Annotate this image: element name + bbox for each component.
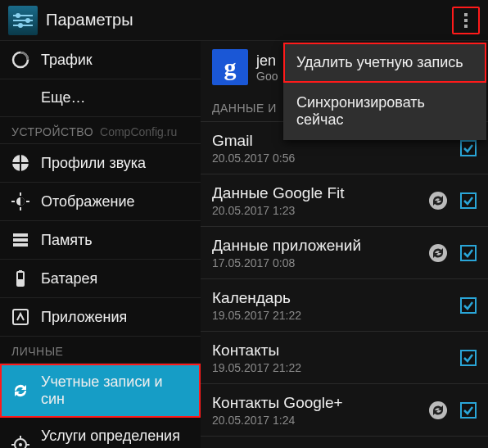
svg-rect-20 [18,279,23,285]
sync-item-date: 19.05.2017 21:22 [212,361,460,374]
svg-rect-19 [19,270,22,273]
sidebar-item-label: Профили звука [41,155,146,172]
storage-icon [11,231,29,249]
svg-rect-21 [13,310,28,324]
google-badge-icon: g [212,49,248,85]
sync-item-date: 20.05.2017 1:24 [212,414,427,427]
sidebar-item-label: Батарея [41,270,97,287]
sidebar-item-label: Услуги определения м [41,428,189,448]
sync-item-title: Календарь [212,289,460,307]
sync-item-date: 19.05.2017 21:22 [212,309,460,322]
sidebar-item-battery[interactable]: Батарея [0,260,201,298]
sidebar-item-more[interactable]: Еще… [0,79,201,117]
settings-sidebar: Трафик Еще… УСТРОЙСТВОCompConfig.ru Проф… [0,41,201,448]
sync-checkbox[interactable] [460,140,477,156]
svg-rect-17 [13,243,28,247]
sync-checkbox[interactable] [460,245,477,261]
overflow-menu: Удалить учетную запись Синхронизировать … [283,43,486,140]
sidebar-item-apps[interactable]: Приложения [0,298,201,337]
menu-item-remove-account[interactable]: Удалить учетную запись [283,43,486,83]
action-bar: Параметры [0,0,488,41]
sync-item-title: Данные приложений [212,237,427,255]
page-title: Параметры [46,11,452,29]
location-icon [11,436,29,448]
sidebar-item-label: Еще… [41,89,86,106]
sync-item-title: Контакты [212,342,460,360]
sidebar-item-label: Трафик [41,52,93,69]
sync-checkbox[interactable] [460,192,477,209]
sidebar-item-accounts[interactable]: Учетные записи и син [0,364,201,418]
section-header-personal: ЛИЧНЫЕ [0,337,201,364]
svg-rect-15 [13,233,28,237]
svg-rect-9 [12,162,29,164]
sync-status-icon [427,242,449,264]
sync-item[interactable]: Данные приложений17.05.2017 0:08 [201,227,488,279]
sync-checkbox[interactable] [460,297,477,314]
content-pane: g jen Goo ДАННЫЕ И Gmail20.05.2017 0:56Д… [201,41,488,448]
sync-item-title: Данные Google Fit [212,184,427,202]
sidebar-item-sound[interactable]: Профили звука [0,144,201,183]
sidebar-item-label: Приложения [41,309,127,326]
sync-item-title: Контакты Google+ [212,394,427,412]
menu-item-sync-now[interactable]: Синхронизировать сейчас [283,83,486,140]
sync-status-icon [427,190,449,211]
sync-item[interactable]: Контакты19.05.2017 21:22 [201,332,488,384]
battery-icon [11,269,29,287]
sidebar-item-display[interactable]: Отображение [0,183,201,221]
sync-item-date: 20.05.2017 0:56 [212,152,460,165]
display-icon [11,192,29,210]
sync-status-icon [427,400,449,421]
sync-item[interactable]: Данные Google Fit20.05.2017 1:23 [201,174,488,227]
sidebar-item-label: Память [41,232,93,249]
sync-checkbox[interactable] [460,350,477,366]
account-name: jen [256,52,278,70]
sidebar-item-label: Отображение [41,193,134,210]
sidebar-item-storage[interactable]: Память [0,221,201,260]
apps-icon [11,308,29,326]
account-type: Goo [256,70,278,83]
svg-point-5 [18,23,23,28]
watermark: CompConfig.ru [100,125,177,138]
section-header-device: УСТРОЙСТВОCompConfig.ru [0,117,201,144]
sync-icon [11,382,29,400]
svg-point-23 [19,443,22,446]
sidebar-item-location[interactable]: Услуги определения м [0,418,201,448]
sync-item-date: 17.05.2017 0:08 [212,256,427,269]
sound-icon [11,154,29,172]
sidebar-item-label: Учетные записи и син [41,373,189,408]
sync-item[interactable]: Контакты Google+20.05.2017 1:24 [201,384,488,437]
sidebar-item-traffic[interactable]: Трафик [0,41,201,79]
sync-item-date: 20.05.2017 1:23 [212,204,427,217]
data-usage-icon [11,51,29,69]
svg-point-3 [16,13,20,18]
svg-rect-16 [13,238,28,242]
svg-point-4 [25,18,30,23]
overflow-menu-button[interactable] [452,7,480,34]
settings-icon [8,6,38,35]
sync-checkbox[interactable] [460,402,477,419]
sync-item[interactable]: Календарь19.05.2017 21:22 [201,279,488,332]
